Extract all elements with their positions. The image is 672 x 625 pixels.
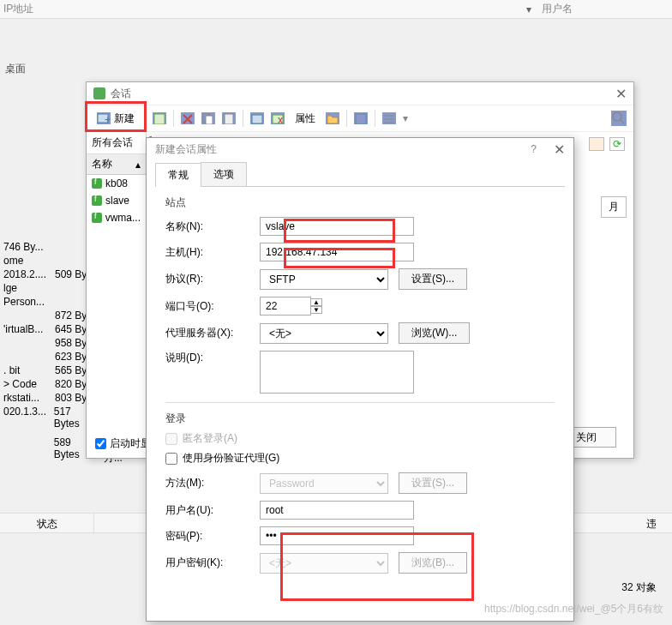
startup-checkbox[interactable]	[95, 438, 106, 449]
help-icon[interactable]: ?	[531, 143, 537, 155]
anon-label: 匿名登录(A)	[183, 431, 237, 446]
chevron-down-icon[interactable]: ▾	[526, 3, 535, 15]
copy-icon[interactable]	[201, 112, 215, 124]
user-label: 用户名(U):	[165, 503, 260, 518]
anon-checkbox-row: 匿名登录(A)	[165, 431, 555, 446]
chevron-down-icon[interactable]: ▾	[403, 112, 408, 124]
svg-rect-2	[154, 114, 165, 124]
key-browse-button: 浏览(B)...	[399, 552, 467, 574]
username-label: 用户名	[542, 2, 573, 16]
paste-icon[interactable]	[222, 112, 236, 124]
new-button[interactable]: + 新建	[93, 110, 138, 128]
username-field[interactable]	[260, 501, 414, 520]
key-select: <无>	[260, 553, 388, 574]
session-icon	[92, 213, 102, 223]
top-address-bar: IP地址 ▾ 用户名	[0, 0, 672, 19]
dialog-tabs: 常规 选项	[155, 162, 565, 187]
new-folder-icon[interactable]	[589, 137, 604, 151]
svg-rect-6	[252, 115, 262, 123]
all-sessions-row[interactable]: 所有会话	[87, 132, 146, 154]
password-field[interactable]	[260, 526, 414, 545]
startup-label: 启动时显	[110, 436, 151, 451]
svg-text:+: +	[105, 114, 111, 124]
session-item[interactable]: vwma...	[87, 209, 146, 226]
desktop-label: 桌面	[0, 19, 672, 76]
protocol-select[interactable]: SFTP	[260, 269, 388, 290]
session-icon	[92, 195, 102, 206]
svg-rect-5	[225, 114, 233, 124]
right-info-button[interactable]: 月	[601, 196, 627, 218]
proxy-select[interactable]: <无>	[260, 323, 388, 344]
agent-checkbox[interactable]	[165, 453, 177, 465]
svg-point-10	[613, 112, 621, 121]
folder-icon[interactable]	[326, 112, 339, 124]
search-icon[interactable]	[611, 111, 627, 126]
port-stepper-down[interactable]: ▼	[310, 306, 322, 314]
dialog-titlebar[interactable]: 新建会话属性 ? ✕	[147, 138, 573, 160]
key-label: 用户密钥(K):	[165, 556, 260, 570]
save-icon[interactable]	[153, 112, 166, 124]
port-label: 端口号(O):	[165, 299, 260, 314]
refresh-icon[interactable]	[250, 112, 264, 124]
cut-icon[interactable]	[181, 112, 195, 124]
method-label: 方法(M):	[165, 476, 260, 490]
properties-label: 属性	[295, 111, 315, 126]
close-icon[interactable]: ✕	[554, 141, 565, 158]
login-heading: 登录	[165, 412, 555, 426]
new-session-properties-dialog: 新建会话属性 ? ✕ 常规 选项 站点 名称(N): 主机(H): 协议(R):…	[146, 137, 574, 622]
name-column-header[interactable]: 名称 ▴	[87, 154, 146, 175]
status-right: 违	[646, 514, 672, 532]
new-file-icon: +	[97, 112, 111, 124]
name-label: 名称(N):	[165, 219, 260, 234]
startup-checkbox-row[interactable]: 启动时显	[95, 436, 151, 451]
delete-icon[interactable]: x	[271, 112, 285, 124]
method-settings-button: 设置(S)...	[399, 472, 467, 494]
method-select: Password	[260, 473, 388, 494]
desc-field[interactable]	[260, 351, 414, 394]
properties-button[interactable]: 属性	[291, 110, 319, 128]
ip-label: IP地址	[3, 2, 526, 16]
session-sidebar: 所有会话 名称 ▴ kb08 slave vwma...	[87, 132, 147, 458]
proxy-browse-button[interactable]: 浏览(W)...	[399, 322, 470, 344]
anon-checkbox	[165, 433, 177, 445]
protocol-label: 协议(R):	[165, 272, 260, 286]
proxy-label: 代理服务器(X):	[165, 326, 260, 340]
pass-label: 密码(P):	[165, 529, 260, 544]
chevron-up-icon: ▴	[135, 159, 141, 171]
status-col: 状态	[0, 514, 94, 532]
session-titlebar[interactable]: 会话 ✕	[87, 82, 633, 105]
session-item[interactable]: slave	[87, 192, 146, 209]
tab-options[interactable]: 选项	[201, 162, 247, 186]
session-icon	[92, 178, 102, 189]
svg-rect-9	[356, 114, 366, 124]
name-field[interactable]	[260, 217, 414, 236]
session-item[interactable]: kb08	[87, 175, 146, 192]
refresh-green-icon[interactable]: ⟳	[609, 137, 625, 151]
app-icon	[93, 87, 105, 99]
host-field[interactable]	[260, 243, 414, 261]
host-label: 主机(H):	[165, 245, 260, 260]
list-icon[interactable]	[382, 112, 396, 124]
new-label: 新建	[114, 111, 135, 126]
object-count: 32 对象	[621, 580, 657, 595]
port-field[interactable]	[260, 297, 311, 316]
agent-label: 使用身份验证代理(G)	[183, 451, 279, 466]
agent-checkbox-row[interactable]: 使用身份验证代理(G)	[165, 451, 555, 466]
svg-text:x: x	[278, 114, 283, 124]
svg-rect-4	[206, 116, 213, 124]
tab-general[interactable]: 常规	[155, 163, 201, 187]
session-toolbar: + 新建 x 属性 ▾	[87, 105, 633, 132]
desc-label: 说明(D):	[165, 351, 260, 365]
protocol-settings-button[interactable]: 设置(S)...	[399, 268, 467, 290]
close-icon[interactable]: ✕	[615, 86, 627, 102]
svg-line-11	[621, 120, 624, 123]
dialog-title: 新建会话属性	[155, 142, 531, 157]
session-title: 会话	[111, 87, 615, 101]
watermark: https://blog.csdn.net/wei_@5个月6有纹	[484, 602, 663, 616]
site-heading: 站点	[165, 195, 555, 210]
view-icon[interactable]	[354, 112, 368, 124]
port-stepper-up[interactable]: ▲	[310, 298, 322, 306]
